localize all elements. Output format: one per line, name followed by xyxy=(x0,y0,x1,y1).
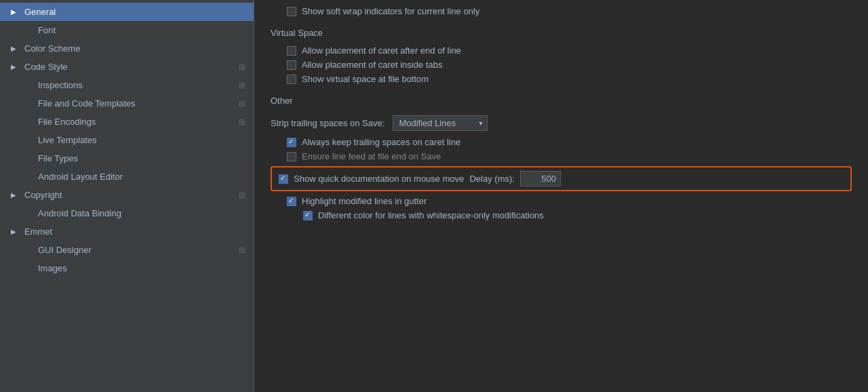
vs-after-end-label: Allow placement of caret after end of li… xyxy=(302,45,461,56)
sidebar-item-file-encodings[interactable]: File Encodings ⊞ xyxy=(0,113,254,131)
soft-wrap-label: Show soft wrap indicators for current li… xyxy=(302,6,479,16)
sidebar-item-file-and-code-templates[interactable]: File and Code Templates ⊞ xyxy=(0,94,254,113)
strip-trailing-label: Strip trailing spaces on Save: xyxy=(271,118,384,128)
arrow-icon-general: ▶ xyxy=(11,8,22,16)
soft-wrap-checkbox[interactable] xyxy=(287,7,296,16)
sidebar-item-inspections[interactable]: Inspections ⊞ xyxy=(0,76,254,94)
delay-input[interactable] xyxy=(520,171,561,187)
arrow-icon-copyright: ▶ xyxy=(11,191,22,199)
settings-icon-gui-designer: ⊞ xyxy=(239,246,245,255)
sidebar-item-label-file-encodings: File Encodings xyxy=(38,117,239,127)
soft-wrap-row: Show soft wrap indicators for current li… xyxy=(271,4,852,18)
sidebar-item-file-types[interactable]: File Types xyxy=(0,149,254,168)
settings-icon-inspections: ⊞ xyxy=(239,81,245,90)
sidebar-item-label-file-code-templates: File and Code Templates xyxy=(38,98,239,109)
ensure-line-feed-row: Ensure line feed at file end on Save xyxy=(271,149,852,163)
different-color-label: Different color for lines with whitespac… xyxy=(318,210,544,220)
sidebar-item-code-style[interactable]: ▶ Code Style ⊞ xyxy=(0,58,254,76)
settings-icon-copyright: ⊞ xyxy=(239,191,245,200)
other-section-title: Other xyxy=(271,96,852,106)
sidebar-item-android-data-binding[interactable]: Android Data Binding xyxy=(0,204,254,222)
sidebar-item-label-android-layout: Android Layout Editor xyxy=(38,172,245,182)
vs-file-bottom-checkbox[interactable] xyxy=(287,75,296,84)
delay-label: Delay (ms): xyxy=(469,174,514,184)
sidebar-item-general[interactable]: ▶ General xyxy=(0,3,254,21)
show-quick-doc-label: Show quick documentation on mouse move xyxy=(294,174,464,184)
sidebar-item-label-code-style: Code Style xyxy=(24,62,239,72)
sidebar-item-label-color-scheme: Color Scheme xyxy=(24,43,245,54)
strip-trailing-select[interactable]: None All Modified Lines xyxy=(393,115,488,131)
highlight-modified-row: Highlight modified lines in gutter xyxy=(271,194,852,208)
sidebar-item-label-font: Font xyxy=(38,25,245,35)
arrow-icon-emmet: ▶ xyxy=(11,228,22,235)
ensure-line-feed-checkbox[interactable] xyxy=(287,152,296,161)
sidebar-item-label-copyright: Copyright xyxy=(24,190,239,200)
sidebar-item-label-file-types: File Types xyxy=(38,153,245,163)
sidebar-item-android-layout-editor[interactable]: Android Layout Editor xyxy=(0,168,254,186)
sidebar-item-label-live-templates: Live Templates xyxy=(38,135,245,145)
different-color-row: Different color for lines with whitespac… xyxy=(271,208,852,222)
always-keep-trailing-checkbox[interactable] xyxy=(287,138,296,147)
arrow-icon-code-style: ▶ xyxy=(11,63,22,71)
vs-file-bottom-row: Show virtual space at file bottom xyxy=(271,72,852,86)
different-color-checkbox[interactable] xyxy=(303,211,313,220)
show-quick-doc-checkbox[interactable] xyxy=(279,174,288,184)
sidebar-item-live-templates[interactable]: Live Templates xyxy=(0,131,254,149)
sidebar-item-label-images: Images xyxy=(38,263,245,273)
sidebar-item-copyright[interactable]: ▶ Copyright ⊞ xyxy=(0,186,254,204)
vs-inside-tabs-checkbox[interactable] xyxy=(287,60,296,70)
always-keep-trailing-label: Always keep trailing spaces on caret lin… xyxy=(302,137,460,147)
sidebar-item-gui-designer[interactable]: GUI Designer ⊞ xyxy=(0,241,254,259)
vs-inside-tabs-row: Allow placement of caret inside tabs xyxy=(271,58,852,72)
vs-after-end-checkbox[interactable] xyxy=(287,46,296,56)
sidebar-item-emmet[interactable]: ▶ Emmet xyxy=(0,222,254,241)
strip-trailing-select-wrapper: None All Modified Lines xyxy=(393,115,488,131)
highlight-modified-checkbox[interactable] xyxy=(287,197,296,206)
settings-main-panel: Show soft wrap indicators for current li… xyxy=(254,0,868,392)
settings-icon-code-style: ⊞ xyxy=(239,62,245,72)
sidebar-item-label-emmet: Emmet xyxy=(24,227,245,237)
strip-trailing-row: Strip trailing spaces on Save: None All … xyxy=(271,111,852,135)
sidebar-item-color-scheme[interactable]: ▶ Color Scheme xyxy=(0,39,254,58)
sidebar-item-font[interactable]: Font xyxy=(0,21,254,39)
sidebar-item-images[interactable]: Images xyxy=(0,259,254,277)
show-quick-doc-highlighted-row: Show quick documentation on mouse move D… xyxy=(271,166,852,191)
ensure-line-feed-label: Ensure line feed at file end on Save xyxy=(302,151,441,161)
sidebar-item-label-android-data-binding: Android Data Binding xyxy=(38,208,245,218)
settings-icon-file-code-templates: ⊞ xyxy=(239,99,245,109)
arrow-icon-color-scheme: ▶ xyxy=(11,45,22,52)
virtual-space-section-title: Virtual Space xyxy=(271,28,852,38)
highlight-modified-label: Highlight modified lines in gutter xyxy=(302,196,427,206)
vs-after-end-row: Allow placement of caret after end of li… xyxy=(271,43,852,58)
sidebar-item-label-gui-designer: GUI Designer xyxy=(38,245,239,255)
vs-file-bottom-label: Show virtual space at file bottom xyxy=(302,74,429,84)
vs-inside-tabs-label: Allow placement of caret inside tabs xyxy=(302,60,442,70)
sidebar-item-label-general: General xyxy=(24,7,245,17)
sidebar-item-label-inspections: Inspections xyxy=(38,80,239,90)
settings-sidebar: ▶ General Font ▶ Color Scheme ▶ Code Sty… xyxy=(0,0,254,392)
always-keep-trailing-row: Always keep trailing spaces on caret lin… xyxy=(271,135,852,149)
settings-icon-file-encodings: ⊞ xyxy=(239,117,245,127)
